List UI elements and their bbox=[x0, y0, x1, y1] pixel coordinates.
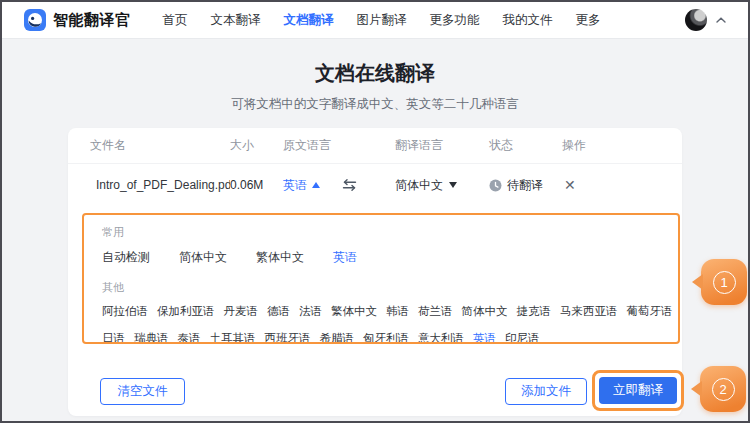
nav-more[interactable]: 更多 bbox=[576, 12, 601, 29]
lang-option-japanese[interactable]: 日语 bbox=[102, 331, 125, 344]
triangle-up-icon bbox=[312, 182, 320, 188]
lang-option-spanish[interactable]: 西班牙语 bbox=[265, 331, 311, 344]
nav-more-features[interactable]: 更多功能 bbox=[430, 12, 480, 29]
callout-tail-left-icon bbox=[692, 274, 703, 290]
lang-option-arabic[interactable]: 阿拉伯语 bbox=[102, 304, 148, 319]
hero-section: 文档在线翻译 可将文档中的文字翻译成中文、英文等二十几种语言 bbox=[2, 39, 748, 113]
table-row: Intro_of_PDF_Dealing.pdf 0.06M 英语 简体中文 bbox=[68, 164, 682, 206]
lang-option-traditional-chinese-2[interactable]: 繁体中文 bbox=[331, 304, 377, 319]
translate-now-button[interactable]: 立即翻译 bbox=[599, 377, 677, 404]
nav-document-translate[interactable]: 文档翻译 bbox=[284, 12, 334, 29]
lang-option-portuguese[interactable]: 葡萄牙语 bbox=[627, 304, 673, 319]
page-title: 文档在线翻译 bbox=[2, 60, 748, 87]
source-lang-dropdown[interactable]: 英语 bbox=[283, 177, 320, 194]
clock-icon bbox=[489, 179, 502, 192]
common-langs-label: 常用 bbox=[102, 225, 660, 240]
lang-option-danish[interactable]: 丹麦语 bbox=[224, 304, 259, 319]
common-langs-row: 自动检测 简体中文 繁体中文 英语 bbox=[102, 249, 660, 266]
triangle-down-icon bbox=[449, 182, 457, 188]
page-subtitle: 可将文档中的文字翻译成中文、英文等二十几种语言 bbox=[2, 96, 748, 113]
step-1-callout: 1 bbox=[701, 259, 747, 305]
lang-option-italian[interactable]: 意大利语 bbox=[418, 331, 464, 344]
file-cell: Intro_of_PDF_Dealing.pdf bbox=[90, 176, 230, 194]
col-filename: 文件名 bbox=[90, 137, 230, 154]
source-lang-cell: 英语 bbox=[283, 177, 395, 194]
file-name: Intro_of_PDF_Dealing.pdf bbox=[96, 178, 230, 192]
brand-name: 智能翻译官 bbox=[53, 11, 131, 30]
lang-option-dutch[interactable]: 荷兰语 bbox=[418, 304, 453, 319]
lang-option-swedish[interactable]: 瑞典语 bbox=[134, 331, 169, 344]
lang-option-auto[interactable]: 自动检测 bbox=[102, 249, 150, 266]
lang-option-english-selected-2[interactable]: 英语 bbox=[473, 331, 496, 344]
callout-tail-left-icon bbox=[691, 381, 702, 397]
col-source-lang: 原文语言 bbox=[283, 137, 395, 154]
other-langs-row-2: 日语 瑞典语 泰语 土耳其语 西班牙语 希腊语 匈牙利语 意大利语 英语 印尼语 bbox=[102, 331, 660, 344]
lang-option-german[interactable]: 德语 bbox=[267, 304, 290, 319]
swap-langs-button[interactable] bbox=[342, 179, 357, 191]
add-files-button[interactable]: 添加文件 bbox=[505, 378, 587, 405]
other-langs-row-1: 阿拉伯语 保加利亚语 丹麦语 德语 法语 繁体中文 韩语 荷兰语 简体中文 捷克… bbox=[102, 304, 660, 319]
lang-option-indonesian[interactable]: 印尼语 bbox=[505, 331, 540, 344]
app-window: { "header": { "brand": "智能翻译官", "nav": [… bbox=[0, 0, 750, 423]
translate-button-highlight: 立即翻译 bbox=[592, 370, 684, 411]
col-actions: 操作 bbox=[562, 137, 660, 154]
status-cell: 待翻译 bbox=[489, 177, 562, 194]
lang-option-malay[interactable]: 马来西亚语 bbox=[560, 304, 618, 319]
other-langs-label: 其他 bbox=[102, 280, 660, 295]
col-target-lang: 翻译语言 bbox=[395, 137, 489, 154]
lang-option-czech[interactable]: 捷克语 bbox=[517, 304, 552, 319]
app-logo[interactable]: 智能翻译官 bbox=[24, 9, 131, 31]
user-avatar[interactable] bbox=[685, 9, 707, 31]
col-status: 状态 bbox=[489, 137, 562, 154]
lang-option-traditional-chinese[interactable]: 繁体中文 bbox=[256, 249, 304, 266]
navbar-right bbox=[685, 9, 726, 31]
lang-option-english-selected[interactable]: 英语 bbox=[333, 249, 357, 266]
nav-image-translate[interactable]: 图片翻译 bbox=[357, 12, 407, 29]
lang-option-korean[interactable]: 韩语 bbox=[386, 304, 409, 319]
lang-option-thai[interactable]: 泰语 bbox=[178, 331, 201, 344]
target-lang-value: 简体中文 bbox=[395, 177, 443, 194]
lang-option-simplified-chinese[interactable]: 简体中文 bbox=[179, 249, 227, 266]
lang-option-greek[interactable]: 希腊语 bbox=[320, 331, 355, 344]
nav-home[interactable]: 首页 bbox=[163, 12, 188, 29]
col-size: 大小 bbox=[230, 137, 283, 154]
step-2-callout: 2 bbox=[700, 366, 746, 412]
clear-files-button[interactable]: 清空文件 bbox=[100, 378, 185, 405]
lang-option-turkish[interactable]: 土耳其语 bbox=[210, 331, 256, 344]
lang-option-simplified-chinese-2[interactable]: 简体中文 bbox=[462, 304, 508, 319]
lang-option-bulgarian[interactable]: 保加利亚语 bbox=[157, 304, 215, 319]
nav-text-translate[interactable]: 文本翻译 bbox=[211, 12, 261, 29]
source-lang-value: 英语 bbox=[283, 177, 307, 194]
file-size: 0.06M bbox=[230, 178, 283, 192]
table-header: 文件名 大小 原文语言 翻译语言 状态 操作 bbox=[68, 128, 682, 164]
chevron-up-icon[interactable] bbox=[716, 17, 726, 23]
language-dropdown-panel: 常用 自动检测 简体中文 繁体中文 英语 其他 阿拉伯语 保加利亚语 丹麦语 德… bbox=[82, 213, 680, 344]
remove-file-button[interactable]: ✕ bbox=[562, 177, 660, 193]
step-2-number: 2 bbox=[712, 378, 735, 401]
lang-option-french[interactable]: 法语 bbox=[299, 304, 322, 319]
main-nav: 首页 文本翻译 文档翻译 图片翻译 更多功能 我的文件 更多 bbox=[163, 12, 601, 29]
status-text: 待翻译 bbox=[507, 177, 543, 194]
target-lang-dropdown[interactable]: 简体中文 bbox=[395, 177, 489, 194]
swap-arrows-icon bbox=[342, 179, 357, 191]
step-1-number: 1 bbox=[713, 271, 736, 294]
file-card: 文件名 大小 原文语言 翻译语言 状态 操作 Intro_of_PDF_Deal… bbox=[68, 128, 682, 416]
lang-option-hungarian[interactable]: 匈牙利语 bbox=[363, 331, 409, 344]
logo-icon bbox=[24, 9, 46, 31]
navbar: 智能翻译官 首页 文本翻译 文档翻译 图片翻译 更多功能 我的文件 更多 bbox=[2, 2, 748, 39]
nav-my-files[interactable]: 我的文件 bbox=[503, 12, 553, 29]
